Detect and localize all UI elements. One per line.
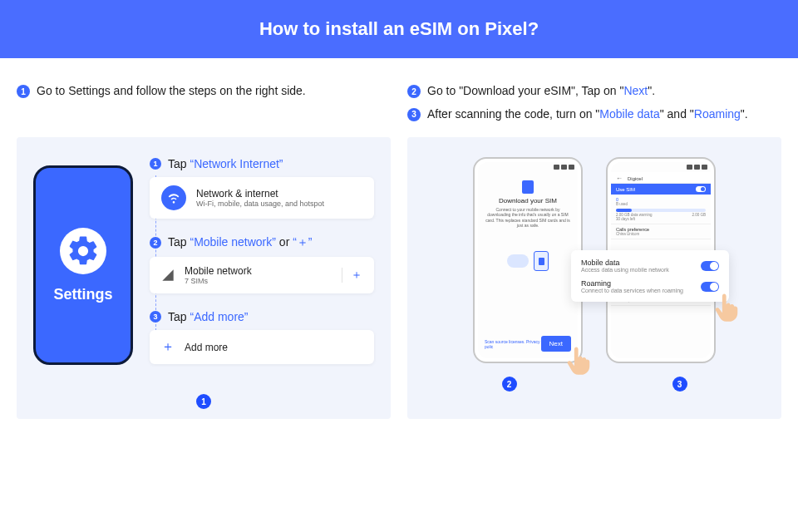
signal-icon xyxy=(161,268,175,282)
instruction-1: 1 Go to Settings and follow the steps on… xyxy=(17,83,391,100)
mobile-network-title: Mobile network xyxy=(185,265,252,277)
mobile-data-toggle[interactable] xyxy=(701,261,719,271)
substep-3: 3 Tap “Add more” ＋ Add more xyxy=(150,310,374,364)
toggles-popup: Mobile data Access data using mobile net… xyxy=(571,250,729,302)
instruction-2-text: Go to "Download your eSIM", Tap on "Next… xyxy=(427,83,655,100)
network-internet-row[interactable]: Network & internet Wi-Fi, mobile, data u… xyxy=(150,177,374,219)
phone-settings-mock: Settings xyxy=(33,165,133,365)
settings-label: Settings xyxy=(53,286,112,303)
title-banner: How to install an eSIM on Pixel? xyxy=(0,0,798,58)
mobile-network-plus[interactable]: ＋ xyxy=(342,268,362,283)
use-sim-row[interactable]: Use SIM xyxy=(611,184,711,195)
substep-1: 1 Tap “Network Internet” Network & inter… xyxy=(150,157,374,219)
substep-badge-3: 3 xyxy=(150,311,161,323)
badge-2: 2 xyxy=(407,85,421,98)
roaming-label: Roaming xyxy=(581,279,683,288)
gear-icon xyxy=(60,228,106,274)
add-more-row[interactable]: ＋ Add more xyxy=(150,330,374,364)
card2-step-number-b: 3 xyxy=(672,377,687,392)
badge-1: 1 xyxy=(17,85,30,98)
cloud-icon xyxy=(507,254,529,268)
mobile-network-subtitle: 7 SIMs xyxy=(185,277,252,285)
carrier-header: Digicel xyxy=(611,172,711,184)
roaming-sub: Connect to data services when roaming xyxy=(581,288,683,293)
roaming-toggle[interactable] xyxy=(701,282,719,292)
instruction-1-text: Go to Settings and follow the steps on t… xyxy=(37,83,306,100)
download-sim-title: Download your SIM xyxy=(478,197,578,204)
mobile-data-row[interactable]: Mobile data Access data using mobile net… xyxy=(581,259,719,273)
legal-links[interactable]: Scan source licenses. Privacy polic xyxy=(485,339,541,349)
next-button[interactable]: Next xyxy=(541,336,571,352)
mobile-data-sub: Access data using mobile network xyxy=(581,267,669,273)
card-download-and-toggle: Download your SIM Connect to your mobile… xyxy=(407,137,781,419)
substep-badge-1: 1 xyxy=(150,158,161,170)
roaming-row[interactable]: Roaming Connect to data services when ro… xyxy=(581,279,719,293)
wifi-icon xyxy=(161,185,186,210)
calls-preference-row[interactable]: Calls preference China Unicom xyxy=(611,224,711,239)
use-sim-toggle[interactable] xyxy=(696,186,706,192)
substep-2: 2 Tap “Mobile network” or “＋” Mobile net… xyxy=(150,235,374,293)
network-internet-title: Network & internet xyxy=(196,188,324,200)
instruction-3: 3 After scanning the code, turn on "Mobi… xyxy=(407,106,781,123)
download-sim-desc: Connect to your mobile network by downlo… xyxy=(478,207,578,228)
page-title: How to install an eSIM on Pixel? xyxy=(259,18,539,40)
data-usage-section: 0 B used 2.00 GB data warning 2.00 GB 30… xyxy=(611,195,711,224)
card2-step-number-a: 2 xyxy=(502,377,517,392)
phone-download-sim: Download your SIM Connect to your mobile… xyxy=(473,157,583,363)
card-settings-steps: Settings 1 Tap “Network Internet” Networ… xyxy=(17,137,391,419)
add-more-title: Add more xyxy=(185,342,228,353)
download-illustration xyxy=(485,238,571,284)
plus-icon: ＋ xyxy=(161,338,175,356)
substep-badge-2: 2 xyxy=(150,237,161,249)
network-internet-subtitle: Wi-Fi, mobile, data usage, and hotspot xyxy=(196,200,324,208)
mobile-data-label: Mobile data xyxy=(581,259,669,267)
sim-icon xyxy=(534,251,549,271)
instruction-strip: 1 Go to Settings and follow the steps on… xyxy=(0,58,798,137)
shield-icon xyxy=(522,180,534,194)
badge-3: 3 xyxy=(407,108,421,121)
instruction-2: 2 Go to "Download your eSIM", Tap on "Ne… xyxy=(407,83,781,100)
mobile-network-row[interactable]: Mobile network 7 SIMs ＋ xyxy=(150,257,374,293)
instruction-3-text: After scanning the code, turn on "Mobile… xyxy=(427,106,748,123)
card1-step-number: 1 xyxy=(196,394,211,409)
